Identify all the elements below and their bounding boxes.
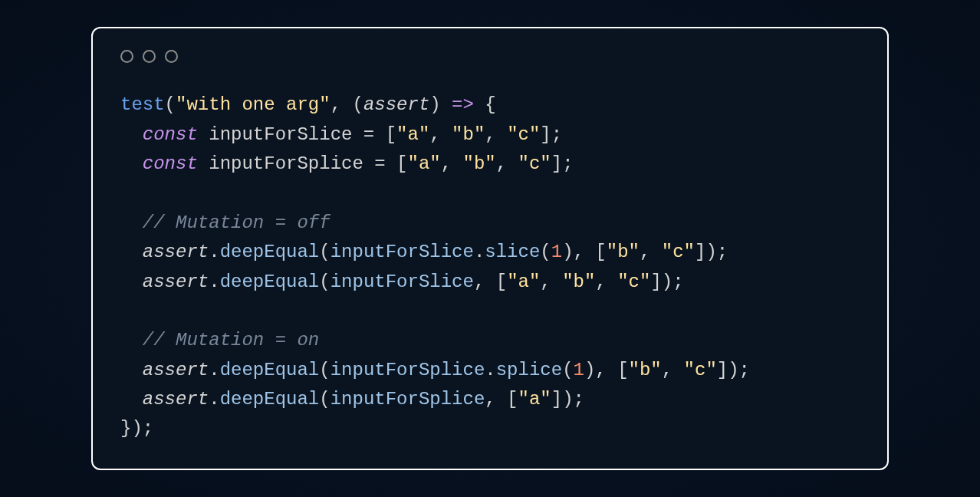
token-prop: inputForSplice xyxy=(331,360,485,380)
token-var: inputForSplice xyxy=(209,153,363,174)
token-punc: ( xyxy=(319,242,330,262)
token-space xyxy=(198,153,209,174)
token-string: "c" xyxy=(507,124,540,145)
token-ident: assert xyxy=(143,242,209,262)
token-indent xyxy=(120,389,143,410)
token-string: "b" xyxy=(452,124,485,145)
token-punc: , xyxy=(485,124,507,145)
token-space xyxy=(198,124,209,145)
token-indent xyxy=(120,242,143,262)
token-param: assert xyxy=(363,94,429,115)
token-punc: , xyxy=(640,242,662,262)
code-line-7: assert.deepEqual(inputForSlice, ["a", "b… xyxy=(120,272,684,292)
token-punc: . xyxy=(209,242,219,262)
token-punc: . xyxy=(209,272,219,292)
token-method: deepEqual xyxy=(220,360,320,380)
token-punc: , xyxy=(496,153,518,174)
token-punc: ( xyxy=(562,360,573,380)
token-punc: { xyxy=(474,94,496,115)
token-punc: ), [ xyxy=(584,360,629,380)
code-line-1: test("with one arg", (assert) => { xyxy=(120,94,496,115)
token-ident: assert xyxy=(143,389,209,410)
token-punc: ( xyxy=(165,94,176,115)
token-string: "c" xyxy=(617,272,650,292)
token-number: 1 xyxy=(574,360,584,380)
token-punc: . xyxy=(474,242,485,262)
title-bar xyxy=(120,50,860,63)
token-string: "c" xyxy=(518,153,551,174)
token-string: "b" xyxy=(607,242,640,262)
token-punc: , xyxy=(595,272,617,292)
token-string: "a" xyxy=(407,153,440,174)
window-dot-maximize[interactable] xyxy=(165,50,178,63)
code-window: test("with one arg", (assert) => { const… xyxy=(91,27,889,470)
token-ident: assert xyxy=(143,360,209,380)
token-ident: assert xyxy=(143,272,209,292)
token-punc: . xyxy=(209,389,219,410)
code-line-6: assert.deepEqual(inputForSlice.slice(1),… xyxy=(120,242,728,262)
token-string: "a" xyxy=(518,389,551,410)
token-prop: inputForSlice xyxy=(331,242,474,262)
token-punc: ) xyxy=(429,94,452,115)
token-arrow: => xyxy=(452,94,474,115)
code-line-3: const inputForSplice = ["a", "b", "c"]; xyxy=(120,153,574,174)
token-string: "c" xyxy=(662,242,695,262)
token-method: deepEqual xyxy=(220,389,320,410)
token-string: "c" xyxy=(684,360,717,380)
token-string: "a" xyxy=(507,272,540,292)
token-keyword: const xyxy=(143,124,198,145)
token-punc: . xyxy=(209,360,219,380)
token-method: splice xyxy=(496,360,562,380)
window-dot-close[interactable] xyxy=(120,50,133,63)
token-indent xyxy=(120,153,143,174)
token-indent xyxy=(120,272,143,292)
token-punc: ( xyxy=(319,272,330,292)
token-punc: = [ xyxy=(363,153,408,174)
window-dot-minimize[interactable] xyxy=(143,50,156,63)
token-punc: ]); xyxy=(717,360,750,380)
token-prop: inputForSlice xyxy=(331,272,474,292)
token-var: inputForSlice xyxy=(209,124,352,145)
token-punc: = [ xyxy=(352,124,396,145)
token-number: 1 xyxy=(551,242,562,262)
code-line-5: // Mutation = off xyxy=(120,212,331,233)
code-block: test("with one arg", (assert) => { const… xyxy=(120,91,860,444)
token-keyword: const xyxy=(143,153,198,174)
token-indent xyxy=(120,330,143,351)
token-indent xyxy=(120,360,143,380)
token-punc: }); xyxy=(120,418,153,439)
token-punc: ]); xyxy=(551,389,584,410)
token-punc: ]); xyxy=(695,242,728,262)
code-line-9: // Mutation = on xyxy=(120,330,319,351)
token-comment: // Mutation = off xyxy=(143,212,331,233)
token-punc: . xyxy=(485,360,495,380)
token-punc: ]; xyxy=(540,124,562,145)
token-string: "a" xyxy=(396,124,429,145)
token-punc: ]; xyxy=(551,153,574,174)
token-punc: ), [ xyxy=(562,242,607,262)
token-punc: , ( xyxy=(331,94,363,115)
token-func: test xyxy=(120,94,165,115)
token-prop: inputForSplice xyxy=(331,389,485,410)
token-punc: , [ xyxy=(474,272,507,292)
code-line-2: const inputForSlice = ["a", "b", "c"]; xyxy=(120,124,562,145)
token-punc: ( xyxy=(319,389,330,410)
token-string: "b" xyxy=(463,153,496,174)
token-string: "b" xyxy=(629,360,662,380)
token-indent xyxy=(120,124,143,145)
token-string: "b" xyxy=(562,272,595,292)
code-line-11: assert.deepEqual(inputForSplice, ["a"]); xyxy=(120,389,584,410)
token-punc: ( xyxy=(540,242,551,262)
token-string: "with one arg" xyxy=(176,94,331,115)
token-punc: ]); xyxy=(650,272,683,292)
token-punc: ( xyxy=(319,360,330,380)
token-method: deepEqual xyxy=(220,272,320,292)
token-method: deepEqual xyxy=(220,242,320,262)
token-punc: , [ xyxy=(485,389,518,410)
token-comment: // Mutation = on xyxy=(143,330,319,351)
token-indent xyxy=(120,212,143,233)
token-punc: , xyxy=(662,360,684,380)
code-line-12: }); xyxy=(120,418,153,439)
token-method: slice xyxy=(485,242,540,262)
token-punc: , xyxy=(441,153,463,174)
